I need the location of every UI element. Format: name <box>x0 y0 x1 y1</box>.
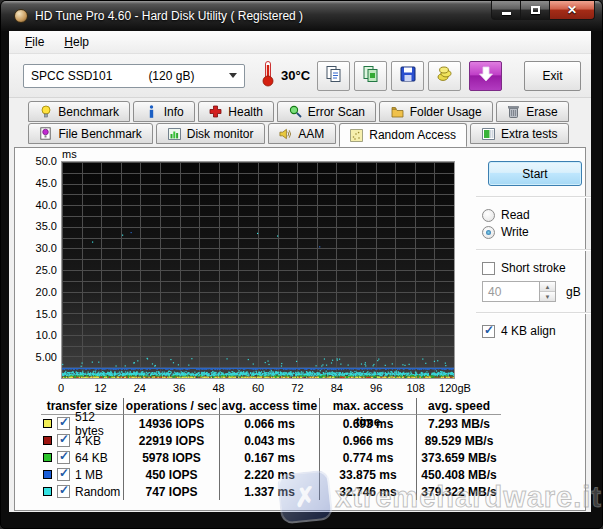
tab-label: Erase <box>526 105 557 119</box>
series-checkbox[interactable] <box>57 417 70 430</box>
exit-button[interactable]: Exit <box>524 61 581 91</box>
copy-text-button[interactable] <box>317 61 350 91</box>
window-title: HD Tune Pro 4.60 - Hard Disk Utility ( R… <box>35 1 303 31</box>
y-axis-tick-label: 15.0 <box>17 308 57 320</box>
short-stroke-size: 40 ▲ ▼ gB <box>482 281 591 302</box>
copy-image-button[interactable] <box>354 61 387 91</box>
options-button[interactable] <box>428 61 461 91</box>
short-stroke-checkbox[interactable] <box>482 262 495 275</box>
tab-folder-usage[interactable]: Folder Usage <box>379 101 493 122</box>
write-label: Write <box>501 225 529 239</box>
thermometer-icon <box>261 60 275 91</box>
transfer-size-label: 4 KB <box>75 434 101 448</box>
tab-label: Info <box>164 105 184 119</box>
tab-aam[interactable]: AAM <box>268 123 336 144</box>
tab-erase[interactable]: Erase <box>496 101 569 122</box>
client-area: File Help SPCC SSD101 (120 gB) 30°C <box>9 31 591 512</box>
write-radio[interactable] <box>482 226 495 239</box>
start-button[interactable]: Start <box>488 161 582 186</box>
tab-label: AAM <box>298 127 324 141</box>
series-checkbox[interactable] <box>57 451 70 464</box>
avg-speed-value: 89.529 MB/s <box>417 432 501 449</box>
short-stroke-option[interactable]: Short stroke <box>482 261 591 275</box>
x-axis-tick-label: 12 <box>78 382 122 394</box>
close-button[interactable]: ✕ <box>549 1 595 20</box>
drive-selector[interactable]: SPCC SSD101 (120 gB) <box>23 64 245 88</box>
x-axis-tick-label: 36 <box>157 382 201 394</box>
y-axis-tick-label: 10.0 <box>17 329 57 341</box>
folder-icon <box>391 105 404 118</box>
series-color-swatch <box>43 453 52 462</box>
tab-info[interactable]: Info <box>133 101 195 122</box>
table-row-transfer-size: Random <box>41 483 124 500</box>
read-option[interactable]: Read <box>482 208 591 222</box>
file-bulb-icon <box>39 127 52 140</box>
series-color-swatch <box>43 419 52 428</box>
download-results-button[interactable] <box>469 61 502 91</box>
read-radio[interactable] <box>482 209 495 222</box>
operations-per-sec-value: 450 IOPS <box>124 466 220 483</box>
app-window: HD Tune Pro 4.60 - Hard Disk Utility ( R… <box>0 0 603 529</box>
tab-disk-monitor[interactable]: Disk monitor <box>156 123 265 144</box>
tab-file-benchmark[interactable]: File Benchmark <box>28 123 153 144</box>
spin-up-button[interactable]: ▲ <box>540 282 555 292</box>
avg-speed-value: 373.659 MB/s <box>417 449 501 466</box>
save-button[interactable] <box>391 61 424 91</box>
tab-error-scan[interactable]: Error Scan <box>277 101 376 122</box>
avg-access-time-value: 2.220 ms <box>220 466 320 483</box>
title-bar[interactable]: HD Tune Pro 4.60 - Hard Disk Utility ( R… <box>1 1 602 31</box>
align-checkbox[interactable] <box>482 325 495 338</box>
separator <box>476 312 591 314</box>
y-axis-tick-label: 25.0 <box>17 264 57 276</box>
x-axis-tick-label: 72 <box>275 382 319 394</box>
avg-access-time-value: 0.167 ms <box>220 449 320 466</box>
tab-random-access[interactable]: Random Access <box>339 123 468 147</box>
tab-label: Folder Usage <box>410 105 482 119</box>
options-icon <box>436 65 454 87</box>
tab-benchmark[interactable]: Benchmark <box>28 101 130 122</box>
minimize-icon <box>502 12 511 15</box>
spin-down-button[interactable]: ▼ <box>540 292 555 301</box>
x-axis-tick-label: 108 <box>394 382 438 394</box>
col-header-operations: operations / sec <box>124 398 220 415</box>
series-checkbox[interactable] <box>57 434 70 447</box>
series-checkbox[interactable] <box>57 468 70 481</box>
info-icon <box>145 105 158 118</box>
scatter-icon <box>350 129 363 142</box>
series-color-swatch <box>43 470 52 479</box>
y-axis-tick-label: 30.0 <box>17 242 57 254</box>
avg-speed-value: 7.293 MB/s <box>417 415 501 432</box>
x-axis-tick-label: 96 <box>354 382 398 394</box>
avg-access-time-value: 0.043 ms <box>220 432 320 449</box>
series-color-swatch <box>43 487 52 496</box>
max-access-time-value: 0.693 ms <box>320 415 417 432</box>
menu-file[interactable]: File <box>17 32 52 52</box>
minimize-button[interactable] <box>491 1 521 20</box>
operations-per-sec-value: 5978 IOPS <box>124 449 220 466</box>
col-header-avg-speed: avg. speed <box>417 398 501 415</box>
col-header-max-access: max. access time <box>320 398 417 415</box>
short-stroke-size-input[interactable]: 40 <box>482 281 540 302</box>
tab-label: Random Access <box>369 128 456 142</box>
tab-label: Disk monitor <box>187 127 254 141</box>
avg-access-time-value: 1.337 ms <box>220 483 320 500</box>
tab-health[interactable]: Health <box>198 101 274 122</box>
max-access-time-value: 0.966 ms <box>320 432 417 449</box>
trash-icon <box>507 105 520 118</box>
maximize-button[interactable] <box>521 1 549 20</box>
align-option[interactable]: 4 KB align <box>482 324 591 338</box>
table-row-transfer-size: 1 MB <box>41 466 124 483</box>
series-checkbox[interactable] <box>57 485 70 498</box>
bulb-icon <box>39 105 52 118</box>
y-axis-tick-label: 20.0 <box>17 286 57 298</box>
x-axis-tick-label: 0 <box>39 382 83 394</box>
write-option[interactable]: Write <box>482 225 591 239</box>
scatter-canvas <box>62 162 454 378</box>
tab-extra-tests[interactable]: Extra tests <box>470 123 569 144</box>
app-icon <box>14 9 28 23</box>
read-label: Read <box>501 208 530 222</box>
random-access-tab-page: ms 50.045.040.035.030.025.020.015.010.05… <box>14 147 586 511</box>
table-row-transfer-size: 512 bytes <box>41 415 124 432</box>
menu-help[interactable]: Help <box>56 32 97 52</box>
y-axis-unit-label: ms <box>62 148 77 160</box>
